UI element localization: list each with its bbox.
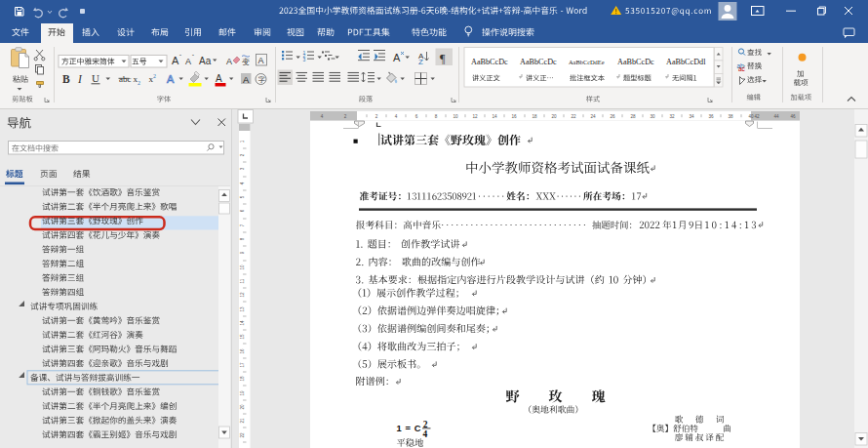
svg-text:3: 3 bbox=[303, 57, 306, 62]
svg-text:17: 17 bbox=[240, 362, 245, 368]
svg-text:11: 11 bbox=[240, 278, 245, 283]
svg-text:8: 8 bbox=[435, 114, 438, 119]
svg-text:I: I bbox=[77, 73, 83, 85]
svg-text:20: 20 bbox=[240, 404, 245, 410]
svg-text:22: 22 bbox=[240, 432, 245, 438]
svg-text:13: 13 bbox=[240, 306, 245, 312]
svg-text:34: 34 bbox=[689, 114, 694, 119]
svg-text:2: 2 bbox=[423, 420, 428, 429]
svg-text:ˇ: ˇ bbox=[192, 54, 194, 60]
svg-text:15: 15 bbox=[240, 334, 245, 340]
svg-text:14: 14 bbox=[240, 320, 245, 326]
svg-text:22: 22 bbox=[571, 114, 576, 119]
svg-text:21: 21 bbox=[240, 418, 245, 424]
svg-text:A: A bbox=[185, 57, 191, 66]
svg-text:42: 42 bbox=[754, 114, 760, 119]
svg-text:26: 26 bbox=[610, 114, 615, 119]
svg-text:4: 4 bbox=[395, 114, 398, 119]
svg-text:32: 32 bbox=[669, 114, 675, 119]
svg-text:4: 4 bbox=[321, 114, 324, 119]
svg-text:6: 6 bbox=[415, 114, 418, 119]
svg-text:6: 6 bbox=[240, 209, 245, 212]
svg-text:40: 40 bbox=[748, 114, 754, 119]
svg-text:A: A bbox=[393, 52, 401, 63]
svg-text:28: 28 bbox=[630, 114, 636, 119]
svg-text:A: A bbox=[216, 73, 222, 84]
svg-text:AaBbCcDc: AaBbCcDc bbox=[520, 58, 557, 66]
svg-text:2: 2 bbox=[138, 80, 140, 86]
svg-text:AaBbCcDc: AaBbCcDc bbox=[471, 58, 508, 66]
svg-text:9: 9 bbox=[240, 251, 245, 254]
svg-text:44: 44 bbox=[773, 114, 779, 119]
svg-text:18: 18 bbox=[240, 376, 245, 382]
svg-text:1 = C: 1 = C bbox=[397, 424, 421, 433]
svg-text:10: 10 bbox=[240, 265, 245, 270]
svg-text:U: U bbox=[92, 72, 99, 84]
svg-text:10: 10 bbox=[453, 114, 458, 119]
svg-text:¶: ¶ bbox=[440, 52, 446, 65]
svg-text:AaBbCcDc: AaBbCcDc bbox=[617, 58, 654, 66]
svg-text:A: A bbox=[243, 74, 250, 85]
svg-text:18: 18 bbox=[532, 114, 537, 119]
svg-text:AaBbCcDdEe: AaBbCcDdEe bbox=[569, 59, 605, 65]
svg-text:24: 24 bbox=[590, 114, 596, 119]
svg-text:AaBbCcDdl: AaBbCcDdl bbox=[666, 58, 706, 66]
svg-text:20: 20 bbox=[551, 114, 557, 119]
svg-text:4: 4 bbox=[240, 182, 245, 184]
svg-text:30: 30 bbox=[650, 114, 655, 119]
svg-text:2: 2 bbox=[344, 114, 347, 119]
svg-text:12: 12 bbox=[240, 292, 245, 298]
svg-text:字: 字 bbox=[258, 76, 265, 83]
svg-text:A: A bbox=[167, 73, 175, 85]
svg-text:16: 16 bbox=[240, 348, 245, 354]
svg-text:1: 1 bbox=[240, 140, 245, 143]
svg-text:A: A bbox=[226, 57, 232, 66]
svg-text:4: 4 bbox=[423, 429, 428, 439]
svg-text:16: 16 bbox=[511, 114, 517, 119]
svg-text:2: 2 bbox=[240, 153, 245, 156]
svg-text:5: 5 bbox=[240, 195, 245, 198]
svg-text:19: 19 bbox=[240, 390, 245, 396]
svg-text:A: A bbox=[172, 55, 179, 66]
svg-text:38: 38 bbox=[728, 114, 733, 119]
svg-text:B: B bbox=[62, 73, 70, 85]
svg-text:Z: Z bbox=[418, 58, 423, 66]
svg-text:ˆ: ˆ bbox=[179, 54, 181, 60]
svg-text:2: 2 bbox=[375, 114, 378, 119]
svg-text:A: A bbox=[258, 56, 264, 65]
svg-text:3: 3 bbox=[240, 167, 245, 170]
svg-text:变: 变 bbox=[242, 58, 250, 66]
svg-text:7: 7 bbox=[240, 224, 245, 226]
svg-text:8: 8 bbox=[240, 237, 245, 240]
svg-text:abc: abc bbox=[119, 74, 132, 84]
svg-text:14: 14 bbox=[492, 114, 497, 119]
svg-text:12: 12 bbox=[472, 114, 478, 119]
svg-text:36: 36 bbox=[708, 114, 714, 119]
svg-text:Aa: Aa bbox=[199, 56, 212, 66]
svg-text:2: 2 bbox=[153, 73, 156, 79]
svg-text:46: 46 bbox=[790, 114, 796, 119]
